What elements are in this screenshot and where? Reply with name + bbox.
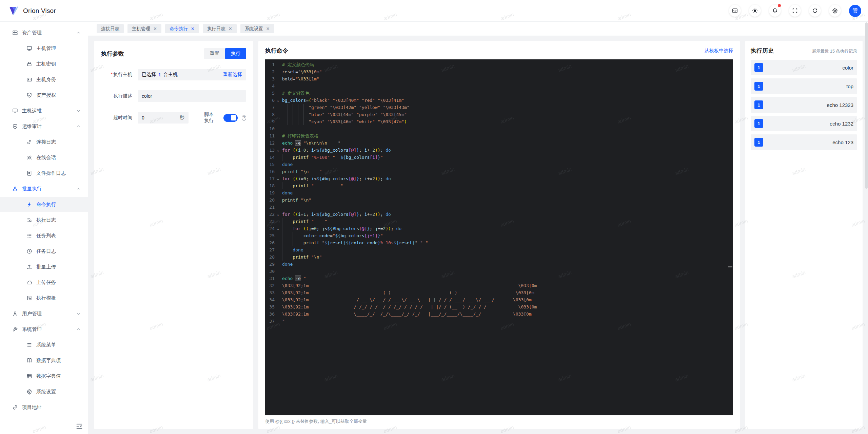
sidebar-item-在线会话[interactable]: 在线会话 [0, 150, 88, 165]
tab-执行日志[interactable]: 执行日志✕ [203, 24, 237, 33]
sidebar-item-连接日志[interactable]: 连接日志 [0, 134, 88, 149]
editor-line[interactable]: 35\033[92;1m / /_/ / / / / /_/ / / / / |… [265, 303, 733, 310]
sidebar-item-数据字典项[interactable]: 数据字典项 [0, 353, 88, 368]
editor-line[interactable]: 23 printf " " [265, 218, 733, 225]
notification-bell-icon[interactable] [769, 5, 781, 17]
sidebar-item-项目地址[interactable]: 项目地址 [0, 400, 88, 415]
reselect-hosts-link[interactable]: 重新选择 [223, 72, 242, 78]
editor-line[interactable]: 13⌄for ((i=0; i<${#bg_colors[@]}; i+=2))… [265, 147, 733, 154]
editor-line[interactable]: 7 "green" "\033[42m" "yellow" "\033[43m" [265, 104, 733, 111]
history-item[interactable]: 1echo 12323 [751, 97, 857, 113]
sidebar-item-用户管理[interactable]: 用户管理 [0, 306, 88, 321]
sidebar-item-主机管理[interactable]: 主机管理 [0, 41, 88, 56]
editor-line[interactable]: 20printf "\n" [265, 196, 733, 204]
timeout-input[interactable]: 0 秒 [138, 112, 189, 124]
editor-line[interactable]: 16printf "\n " [265, 168, 733, 175]
tab-close-icon[interactable]: ✕ [266, 26, 270, 31]
sidebar-item-批量上传[interactable]: 批量上传 [0, 259, 88, 274]
sidebar-item-命令执行[interactable]: 命令执行 [0, 197, 88, 212]
editor-line[interactable]: 11# 打印背景色表格 [265, 132, 733, 139]
tab-命令执行[interactable]: 命令执行✕ [165, 24, 199, 33]
settings-gear-icon[interactable] [829, 5, 841, 17]
description-input[interactable]: color [138, 90, 246, 102]
editor-line[interactable]: 36\033[92;1m \____/_/ /_/\____/_/ /_/ |_… [265, 310, 733, 318]
editor-line[interactable]: 3bold="\033[1m" [265, 75, 733, 82]
help-icon[interactable]: ? [242, 115, 246, 121]
reset-button[interactable]: 重置 [204, 48, 225, 59]
tab-close-icon[interactable]: ✕ [153, 26, 157, 31]
editor-line[interactable]: 19done [265, 189, 733, 196]
editor-line[interactable]: 1# 定义颜色代码 [265, 61, 733, 68]
tab-close-icon[interactable]: ✕ [191, 26, 195, 31]
select-from-template-link[interactable]: 从模板中选择 [705, 48, 733, 54]
editor-line[interactable]: 30 [265, 268, 733, 275]
fullscreen-icon[interactable] [789, 5, 801, 17]
sidebar-item-上传任务[interactable]: 上传任务 [0, 275, 88, 290]
editor-line[interactable]: 25 color_code="${bg_colors[j+1]}" [265, 232, 733, 239]
fold-chevron-icon[interactable]: ⌄ [275, 211, 281, 218]
run-button[interactable]: 执行 [225, 48, 246, 59]
sidebar-item-系统菜单[interactable]: 系统菜单 [0, 337, 88, 352]
page-scrollbar[interactable] [865, 22, 868, 433]
editor-line[interactable]: 29done [265, 261, 733, 268]
editor-line[interactable]: 37" [265, 318, 733, 325]
sidebar-item-执行模板[interactable]: 执行模板 [0, 290, 88, 305]
editor-line[interactable]: 10 [265, 125, 733, 132]
editor-line[interactable]: 34\033[92;1m / __ \/ __/ / __ \/ __ \ | … [265, 296, 733, 303]
sidebar-item-运维审计[interactable]: 运维审计 [0, 119, 88, 134]
code-window-icon[interactable] [729, 5, 741, 17]
fold-chevron-icon[interactable]: ⌄ [275, 97, 281, 104]
editor-line[interactable]: 15done [265, 161, 733, 168]
sidebar-item-主机身份[interactable]: 主机身份 [0, 72, 88, 87]
sidebar-item-执行日志[interactable]: 执行日志 [0, 212, 88, 227]
editor-line[interactable]: 2reset="\033[0m" [265, 68, 733, 75]
editor-line[interactable]: 12echo -e "\n\n\n\n " [265, 139, 733, 147]
fold-chevron-icon[interactable]: ⌄ [275, 225, 281, 232]
editor-line[interactable]: 22⌄for ((i=1; i<${#bg_colors[@]}; i+=2))… [265, 211, 733, 218]
sidebar-item-系统管理[interactable]: 系统管理 [0, 322, 88, 337]
refresh-icon[interactable] [809, 5, 821, 17]
sidebar-collapse-icon[interactable] [76, 422, 83, 430]
fold-chevron-icon[interactable]: ⌄ [275, 147, 281, 154]
history-item[interactable]: 1color [751, 60, 857, 75]
sidebar-item-批量执行[interactable]: 批量执行 [0, 181, 88, 196]
sidebar-item-资产授权[interactable]: 资产授权 [0, 88, 88, 102]
editor-line[interactable]: 24⌄ for ((j=0; j<${#bg_colors[@]}; j+=2)… [265, 225, 733, 232]
editor-line[interactable]: 6⌄bg_colors=("black" "\033[40m" "red" "\… [265, 97, 733, 104]
tab-连接日志[interactable]: 连接日志 [97, 24, 124, 33]
theme-icon[interactable] [749, 5, 761, 17]
code-editor[interactable]: 1# 定义颜色代码2reset="\033[0m"3bold="\033[1m"… [265, 59, 733, 415]
page-scrollbar-thumb[interactable] [865, 22, 868, 189]
editor-line[interactable]: 4 [265, 82, 733, 90]
tab-主机管理[interactable]: 主机管理✕ [127, 24, 161, 33]
sidebar-item-文件操作日志[interactable]: 文件操作日志 [0, 166, 88, 181]
history-item[interactable]: 1echo 1232 [751, 116, 857, 131]
sidebar-item-任务列表[interactable]: 任务列表 [0, 228, 88, 243]
selected-hosts-box[interactable]: 已选择 1 台主机 重新选择 [138, 69, 246, 80]
script-exec-toggle[interactable] [223, 114, 238, 122]
editor-line[interactable]: 8 "blue" "\033[44m" "purple" "\033[45m" [265, 111, 733, 118]
editor-line[interactable]: 18 printf " -------- " [265, 182, 733, 189]
editor-line[interactable]: 21 [265, 204, 733, 211]
editor-line[interactable]: 33\033[92;1m ____ ___(_)___ ____ _ __(_)… [265, 289, 733, 296]
fold-chevron-icon[interactable]: ⌄ [275, 175, 281, 182]
editor-line[interactable]: 14 printf "%-10s" " ${bg_colors[i]}" [265, 154, 733, 161]
editor-line[interactable]: 31echo -e " [265, 275, 733, 282]
editor-line[interactable]: 5# 定义背景色 [265, 90, 733, 97]
sidebar-item-任务日志[interactable]: 任务日志 [0, 244, 88, 259]
editor-line[interactable]: 9 "cyan" "\033[46m" "white" "\033[47m") [265, 118, 733, 125]
tab-系统设置[interactable]: 系统设置✕ [240, 24, 274, 33]
history-item[interactable]: 1echo 123 [751, 134, 857, 150]
editor-line[interactable]: 17⌄for ((i=0; i<${#bg_colors[@]}; i+=2))… [265, 175, 733, 182]
history-item[interactable]: 1top [751, 78, 857, 94]
editor-line[interactable]: 32\033[92;1m _ _ \033[0m [265, 282, 733, 289]
editor-line[interactable]: 26 printf "${reset}${color_code}%-10s${r… [265, 239, 733, 246]
sidebar-item-主机密钥[interactable]: 主机密钥 [0, 56, 88, 71]
sidebar-item-资产管理[interactable]: 资产管理 [0, 25, 88, 40]
sidebar-item-系统设置[interactable]: 系统设置 [0, 384, 88, 399]
sidebar-item-主机运维[interactable]: 主机运维 [0, 103, 88, 118]
editor-line[interactable]: 27 done [265, 246, 733, 253]
tab-close-icon[interactable]: ✕ [229, 26, 232, 31]
editor-line[interactable]: 28 printf "\n" [265, 253, 733, 261]
sidebar-item-数据字典值[interactable]: 数据字典值 [0, 369, 88, 383]
